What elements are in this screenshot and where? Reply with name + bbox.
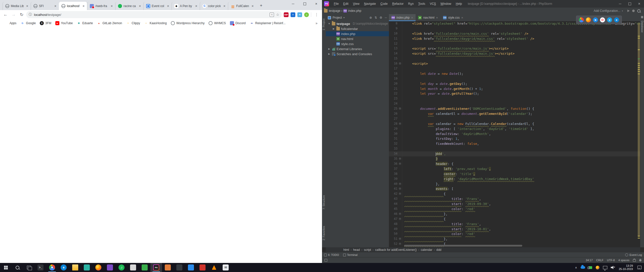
collapse-icon[interactable]: ⇅ (375, 16, 377, 19)
fold-marker-icon[interactable] (399, 243, 401, 245)
task-view-button[interactable] (23, 263, 35, 272)
code-line[interactable]: 10 <link href='fullcalendar/core/main.cs… (389, 31, 640, 36)
run-icon[interactable] (627, 10, 630, 12)
code-line[interactable]: 37 left: 'prev,next today', (389, 166, 640, 172)
line-separator[interactable]: CRLF (596, 259, 603, 262)
close-tab-icon[interactable]: ✕ (25, 4, 29, 8)
file-explorer[interactable] (69, 263, 81, 272)
tree-arrow-icon[interactable]: ▶ (332, 27, 335, 30)
file-encoding[interactable]: UTF-8 (607, 259, 615, 262)
chrome-browser-icon[interactable] (579, 17, 584, 22)
fold-marker-icon[interactable] (399, 62, 401, 64)
grey-app[interactable] (127, 263, 139, 272)
browser-tab[interactable]: ◈A Pen by✕ (172, 2, 200, 10)
nav-crumb-index.php[interactable]: PHPindex.php (343, 9, 361, 13)
caret-position[interactable]: 34:17 (586, 259, 593, 262)
code-line[interactable]: 45 color: 'red' (389, 207, 640, 212)
close-button[interactable]: ✕ (634, 0, 644, 8)
maximize-button[interactable] (625, 0, 634, 8)
code-line[interactable]: 11 <link href='fullcalendar/daygrid/main… (389, 36, 640, 41)
menu-edit[interactable]: Edit (341, 0, 351, 8)
menu-view[interactable]: View (351, 0, 362, 8)
fold-marker-icon[interactable] (399, 218, 401, 220)
browser-tab[interactable]: FullCalen✕ (228, 2, 256, 10)
chrome-app[interactable] (46, 263, 58, 272)
code-editor[interactable]: 8 <link rel="stylesheet" href="https://s… (389, 21, 640, 247)
browser-tab[interactable]: ▣Event col✕ (143, 2, 172, 10)
editor-tab-style.css[interactable]: CSSstyle.css✕ (440, 14, 466, 21)
site-info-icon[interactable]: ⓘ (29, 12, 32, 17)
locate-icon[interactable]: ⊕ (370, 16, 372, 19)
edge-browser-icon[interactable]: e (614, 17, 619, 22)
code-line[interactable]: 44 start: '2019-09-30', (389, 201, 640, 207)
code-line[interactable]: 50 color: 'red' (389, 231, 640, 236)
tree-item-fullcalendar[interactable]: ▶fullcalendar (326, 26, 389, 31)
tool-stripe-structure[interactable]: 7: Structure (322, 195, 325, 210)
phpstorm-app[interactable]: PS (150, 263, 162, 272)
bookmark-item[interactable]: WHMCS (207, 20, 227, 26)
security-tray-icon[interactable] (589, 266, 592, 269)
fold-marker-icon[interactable] (399, 158, 401, 160)
tree-item-external-libraries[interactable]: ▶External Libraries (326, 46, 389, 51)
code-line[interactable]: 13 <script src='fullcalendar/core/main.j… (389, 46, 640, 51)
browser-tab[interactable]: Media Lib✕ (3, 2, 31, 10)
onedrive-icon[interactable] (581, 266, 585, 269)
bookmark-item[interactable]: ∾Reisplanner | Reisinf... (248, 20, 287, 26)
forward-button[interactable]: → (10, 11, 17, 18)
code-line[interactable]: 43 title: 'Frans', (389, 196, 640, 201)
fold-marker-icon[interactable] (399, 213, 401, 215)
search-button[interactable] (12, 263, 23, 272)
address-bar[interactable]: ⓘ localhost/testpage/ G ☆ (26, 11, 282, 18)
tool-stripe-project[interactable]: 1: Project (322, 19, 325, 30)
code-line[interactable]: 38 center: 'title', (389, 172, 640, 177)
code-line[interactable]: 26 var calendarEl = document.getElementB… (389, 111, 640, 116)
browser-tab[interactable]: SFI✕ (31, 2, 59, 10)
menu-run[interactable]: Run (406, 0, 416, 8)
tree-item-style-css[interactable]: CSSstyle.css (326, 41, 389, 46)
code-line[interactable]: 47 { (389, 217, 640, 222)
tree-arrow-icon[interactable]: ▶ (328, 53, 331, 55)
code-line[interactable]: 35 } (389, 156, 640, 161)
fi-ext-icon[interactable]: FI (297, 12, 302, 17)
display-tray-icon[interactable] (603, 266, 607, 269)
code-line[interactable]: 33 (389, 146, 640, 151)
editor-scrollbar-vertical[interactable] (638, 23, 640, 237)
code-line[interactable]: 46 }, (389, 212, 640, 217)
project-panel-header[interactable]: Project ▾ ⊕⇅⚙─ (326, 14, 389, 21)
opera-browser-icon[interactable]: O (600, 17, 605, 22)
start-button[interactable] (0, 263, 12, 272)
reload-button[interactable]: ↻ (18, 11, 25, 18)
inspections-hector-icon[interactable] (639, 259, 641, 261)
add-configuration-button[interactable]: Add Configuration... ▾ (592, 9, 625, 13)
code-line[interactable]: 29 plugins: [ 'interaction', 'dayGrid', … (389, 126, 640, 131)
code-line[interactable]: 31 firstDay: 1, (389, 136, 640, 141)
bookmark-item[interactable]: ▲GitLab 2lemon (95, 20, 124, 26)
close-tab-icon[interactable]: ✕ (110, 4, 114, 8)
fold-marker-icon[interactable] (399, 193, 401, 195)
tool-stripe-favorites[interactable]: 2: Favorites (322, 226, 325, 240)
menu-tools[interactable]: Tools (416, 0, 427, 8)
firefox-app[interactable] (93, 263, 104, 272)
browser-tab[interactable]: racine ca✕ (115, 2, 143, 10)
close-tab-icon[interactable]: ✕ (251, 4, 255, 8)
menu-window[interactable]: Window (438, 0, 454, 8)
code-line[interactable]: 9 (389, 26, 640, 31)
terminal-toolwindow-button[interactable]: Terminal (343, 253, 358, 256)
bookmarks-overflow-icon[interactable]: » (313, 21, 319, 25)
purple-app[interactable] (104, 263, 116, 272)
tree-arrow-icon[interactable]: ▶ (328, 48, 331, 50)
code-line[interactable]: 17 (389, 66, 640, 71)
tree-item-nav-html[interactable]: Hnav.html (326, 36, 389, 41)
code-line[interactable]: 36 header: { (389, 161, 640, 166)
code-line[interactable]: 15 (389, 56, 640, 61)
menu-navigate[interactable]: Navigate (362, 0, 378, 8)
adblock-plus-icon[interactable]: ABP (284, 12, 289, 17)
code-line[interactable]: 20 let day = date.getDay(); (389, 81, 640, 86)
code-line[interactable]: 30 defaultView: 'dayGridMonth', (389, 131, 640, 137)
todo-toolwindow-button[interactable]: 6: TODO (324, 253, 339, 256)
code-line[interactable]: 32 fixedWeekCount: false, (389, 141, 640, 146)
code-line[interactable]: 41 events: [ (389, 186, 640, 191)
settings-gear-icon[interactable]: ⚙ (380, 16, 382, 19)
action-center-icon[interactable] (637, 266, 641, 269)
breadcrumb-2[interactable]: script (364, 248, 371, 252)
